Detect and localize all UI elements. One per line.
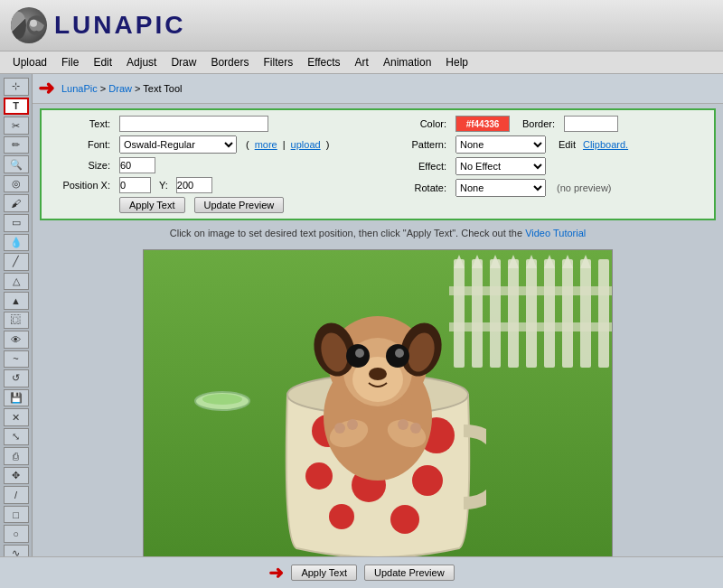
info-text: Click on image to set desired text posit…	[170, 228, 522, 238]
text-label: Text:	[51, 118, 114, 129]
fill-tool[interactable]: ▲	[4, 292, 29, 310]
svg-rect-20	[449, 286, 612, 295]
y-label: Y:	[159, 180, 168, 191]
logo-text: LUNAPIC	[54, 11, 185, 40]
close-tool[interactable]: ✕	[4, 408, 29, 426]
svg-point-31	[329, 504, 354, 529]
menu-borders[interactable]: Borders	[203, 53, 256, 71]
svg-point-51	[410, 423, 421, 434]
plate	[193, 390, 252, 415]
video-tutorial-link[interactable]: Video Tutorial	[525, 228, 586, 238]
canvas[interactable]	[143, 249, 613, 570]
sidebar: ⊹ T ✂ ✏ 🔍 ◎ 🖌 ▭ 💧 ╱ △ ▲ ⿴ 👁 ~ ↺ 💾 ✕ ⤡ ⎙ …	[0, 74, 33, 585]
menu-adjust[interactable]: Adjust	[119, 53, 164, 71]
tool-panel: Text: Font: Oswald-Regular ( more | uplo…	[40, 108, 716, 220]
svg-rect-21	[449, 322, 612, 331]
menu-edit[interactable]: Edit	[86, 53, 119, 71]
crop-tool[interactable]: ✂	[4, 117, 29, 135]
color-label: Color:	[405, 118, 450, 129]
text-input[interactable]	[119, 116, 268, 132]
shapes-tool[interactable]: △	[4, 273, 29, 291]
breadcrumb-draw[interactable]: Draw	[108, 83, 132, 94]
draw-tool[interactable]: /	[4, 486, 29, 504]
puppy	[287, 300, 468, 483]
color-swatch[interactable]: #f44336	[455, 116, 510, 132]
svg-rect-11	[526, 259, 537, 368]
rect-tool[interactable]: □	[4, 506, 29, 524]
content-area: ➜ LunaPic > Draw > Text Tool Text: Fon	[33, 74, 723, 585]
pencil-tool[interactable]: ✏	[4, 136, 29, 154]
font-upload-link[interactable]: upload	[291, 139, 321, 150]
resize-tool[interactable]: ⤡	[4, 428, 29, 446]
info-bar: Click on image to set desired text posit…	[33, 225, 723, 241]
apply-text-button-top[interactable]: Apply Text	[119, 197, 185, 213]
svg-point-48	[334, 423, 345, 434]
effect-label: Effect:	[405, 161, 450, 172]
eyedropper-tool[interactable]: 💧	[4, 234, 29, 252]
bottom-bar: ➜ Apply Text Update Preview	[0, 556, 723, 588]
line-tool[interactable]: ╱	[4, 253, 29, 271]
logo-area: LUNAPIC	[11, 7, 185, 43]
svg-point-32	[390, 505, 419, 534]
menu-filters[interactable]: Filters	[256, 53, 300, 71]
paint-tool[interactable]: 🖌	[4, 194, 29, 212]
update-preview-button-bottom[interactable]: Update Preview	[364, 565, 455, 581]
text-tool[interactable]: T	[4, 98, 29, 116]
save-tool[interactable]: 💾	[4, 389, 29, 407]
pattern-label: Pattern:	[405, 139, 450, 150]
logo-icon	[11, 7, 47, 43]
size-label: Size:	[51, 160, 114, 171]
pattern-select[interactable]: None	[455, 135, 546, 154]
svg-point-43	[355, 349, 364, 358]
image-area[interactable]	[40, 241, 716, 578]
menu-upload[interactable]: Upload	[5, 53, 54, 71]
border-label: Border:	[522, 118, 555, 129]
menu-art[interactable]: Art	[348, 53, 376, 71]
main-layout: ⊹ T ✂ ✏ 🔍 ◎ 🖌 ▭ 💧 ╱ △ ▲ ⿴ 👁 ~ ↺ 💾 ✕ ⤡ ⎙ …	[0, 74, 723, 585]
position-label: Position X:	[51, 180, 114, 191]
bottom-arrow: ➜	[268, 562, 284, 583]
effect-select[interactable]: No Effect	[455, 157, 546, 175]
edit-label: Edit	[559, 139, 576, 150]
svg-point-49	[347, 419, 358, 430]
select-tool[interactable]: ⊹	[4, 78, 29, 96]
undo-tool[interactable]: ↺	[4, 369, 29, 387]
menu-draw[interactable]: Draw	[164, 53, 203, 71]
svg-point-45	[369, 368, 387, 380]
svg-rect-17	[580, 259, 591, 368]
update-preview-button-top[interactable]: Update Preview	[194, 197, 285, 213]
svg-rect-7	[490, 259, 501, 368]
move-tool[interactable]: ✥	[4, 467, 29, 485]
zoom-tool[interactable]: 🔍	[4, 155, 29, 173]
apply-text-button-bottom[interactable]: Apply Text	[291, 565, 357, 581]
font-label: Font:	[51, 139, 114, 150]
print-tool[interactable]: ⎙	[4, 447, 29, 465]
svg-rect-9	[508, 259, 519, 368]
breadcrumb-lunapic[interactable]: LunaPic	[61, 83, 98, 94]
font-more-link[interactable]: more	[255, 139, 277, 150]
border-input[interactable]	[564, 116, 618, 132]
menu-file[interactable]: File	[54, 53, 86, 71]
blur-tool[interactable]: ◎	[4, 175, 29, 193]
svg-rect-13	[544, 259, 555, 368]
menu-help[interactable]: Help	[438, 53, 475, 71]
position-x-input[interactable]	[119, 177, 151, 193]
smudge-tool[interactable]: ~	[4, 350, 29, 369]
menu-animation[interactable]: Animation	[376, 53, 438, 71]
svg-point-1	[30, 20, 37, 27]
redeye-tool[interactable]: 👁	[4, 331, 29, 349]
header: LUNAPIC	[0, 0, 723, 51]
position-y-input[interactable]	[176, 177, 212, 193]
menu-effects[interactable]: Effects	[300, 53, 347, 71]
size-input[interactable]	[119, 157, 155, 173]
rotate-select[interactable]: None	[455, 179, 546, 197]
clone-tool[interactable]: ⿴	[4, 312, 29, 330]
svg-point-44	[395, 349, 404, 358]
svg-rect-5	[472, 259, 483, 368]
menubar: Upload File Edit Adjust Draw Borders Fil…	[0, 51, 723, 74]
eraser-tool[interactable]: ▭	[4, 214, 29, 232]
font-select[interactable]: Oswald-Regular	[119, 135, 237, 154]
svg-point-23	[202, 394, 242, 405]
clipboard-link[interactable]: Clipboard.	[583, 139, 628, 150]
circle-tool[interactable]: ○	[4, 525, 29, 543]
